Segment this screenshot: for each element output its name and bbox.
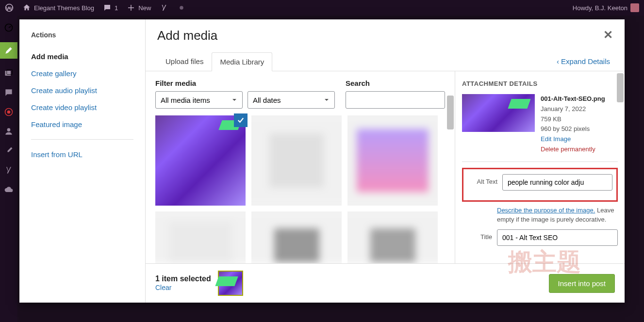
actions-heading: Actions bbox=[31, 31, 133, 39]
modal-footer: 1 item selected Clear Insert into post bbox=[146, 263, 625, 303]
action-add-media[interactable]: Add media bbox=[31, 52, 133, 61]
cloud-icon[interactable] bbox=[4, 185, 14, 194]
close-icon[interactable]: ✕ bbox=[603, 28, 613, 42]
filter-type-select[interactable]: All media items bbox=[155, 91, 243, 109]
title-input[interactable] bbox=[497, 229, 618, 246]
expand-details[interactable]: ‹ Expand Details bbox=[557, 57, 613, 65]
tab-upload[interactable]: Upload files bbox=[157, 52, 212, 71]
svg-rect-3 bbox=[5, 71, 11, 76]
posts-menu-active[interactable] bbox=[0, 42, 17, 59]
modal-title: Add media bbox=[157, 28, 217, 43]
svg-point-7 bbox=[7, 128, 11, 131]
attachment-details: ATTACHMENT DETAILS 001-Alt-Text-SEO.png … bbox=[455, 71, 625, 263]
grid-scrollbar[interactable] bbox=[447, 96, 454, 129]
detail-filename: 001-Alt-Text-SEO.png bbox=[541, 94, 605, 104]
user-greeting[interactable]: Howdy, B.J. Keeton bbox=[573, 3, 639, 12]
new-content[interactable]: New bbox=[127, 3, 151, 12]
alt-text-highlight: Alt Text bbox=[462, 168, 618, 202]
media-modal: Actions Add media Create gallery Create … bbox=[19, 19, 625, 303]
media-item[interactable] bbox=[155, 211, 246, 263]
filter-media-label: Filter media bbox=[155, 79, 335, 87]
action-create-audio[interactable]: Create audio playlist bbox=[31, 86, 133, 95]
target-icon[interactable] bbox=[4, 107, 14, 117]
title-label: Title bbox=[462, 229, 492, 241]
svg-point-6 bbox=[7, 111, 11, 114]
wp-logo[interactable] bbox=[5, 3, 14, 12]
media-thumbnails bbox=[155, 115, 445, 263]
media-tabs: Upload files Media Library ‹ Expand Deta… bbox=[146, 43, 625, 71]
detail-date: January 7, 2022 bbox=[541, 104, 605, 114]
alt-text-input[interactable] bbox=[502, 174, 612, 191]
action-create-gallery[interactable]: Create gallery bbox=[31, 69, 133, 78]
yoast-menu-icon[interactable] bbox=[4, 165, 14, 175]
details-heading: ATTACHMENT DETAILS bbox=[462, 80, 618, 87]
detail-dims: 960 by 502 pixels bbox=[541, 124, 605, 134]
delete-link[interactable]: Delete permanently bbox=[541, 145, 605, 155]
edit-image-link[interactable]: Edit Image bbox=[541, 134, 605, 145]
filter-date-select[interactable]: All dates bbox=[248, 91, 335, 109]
media-icon[interactable] bbox=[4, 68, 14, 78]
wp-admin-bar: Elegant Themes Blog 1 New Howdy, B.J. Ke… bbox=[0, 0, 644, 16]
dashboard-icon[interactable] bbox=[4, 23, 14, 32]
modal-main: Add media ✕ Upload files Media Library ‹… bbox=[146, 19, 625, 303]
actions-sidebar: Actions Add media Create gallery Create … bbox=[19, 19, 146, 303]
users-icon[interactable] bbox=[4, 127, 14, 136]
tab-library[interactable]: Media Library bbox=[212, 52, 272, 71]
yoast-icon[interactable] bbox=[160, 3, 168, 12]
selected-thumb[interactable] bbox=[218, 271, 243, 296]
search-label: Search bbox=[346, 79, 445, 87]
site-link[interactable]: Elegant Themes Blog bbox=[22, 3, 94, 12]
comments-link[interactable]: 1 bbox=[103, 3, 118, 12]
detail-meta: 001-Alt-Text-SEO.png January 7, 2022 759… bbox=[541, 94, 605, 155]
wp-admin-menu bbox=[0, 16, 17, 322]
avatar bbox=[630, 3, 639, 12]
insert-button[interactable]: Insert into post bbox=[549, 274, 615, 293]
details-scrollbar[interactable] bbox=[617, 73, 624, 102]
svg-point-1 bbox=[180, 6, 184, 10]
media-item[interactable] bbox=[251, 115, 342, 206]
media-grid-area: Filter media All media items All dates S… bbox=[146, 71, 455, 263]
search-input[interactable] bbox=[346, 91, 445, 109]
media-item[interactable] bbox=[251, 211, 342, 263]
media-item[interactable] bbox=[347, 211, 438, 263]
check-icon[interactable] bbox=[234, 113, 248, 127]
selected-count: 1 item selected bbox=[155, 274, 211, 283]
detail-thumbnail bbox=[462, 94, 535, 132]
alt-help-text: Describe the purpose of the image. Leave… bbox=[497, 206, 618, 225]
action-featured[interactable]: Featured image bbox=[31, 120, 133, 129]
action-from-url[interactable]: Insert from URL bbox=[31, 150, 133, 159]
alt-text-label: Alt Text bbox=[467, 174, 497, 185]
status-dot bbox=[177, 3, 186, 12]
clear-selection[interactable]: Clear bbox=[155, 284, 171, 291]
describe-link[interactable]: Describe the purpose of the image. bbox=[497, 207, 595, 214]
media-item[interactable] bbox=[347, 115, 438, 206]
tools-icon[interactable] bbox=[4, 146, 14, 156]
action-create-video[interactable]: Create video playlist bbox=[31, 103, 133, 112]
media-item-selected[interactable] bbox=[155, 115, 246, 206]
comments-icon[interactable] bbox=[4, 88, 14, 97]
detail-size: 759 KB bbox=[541, 114, 605, 125]
